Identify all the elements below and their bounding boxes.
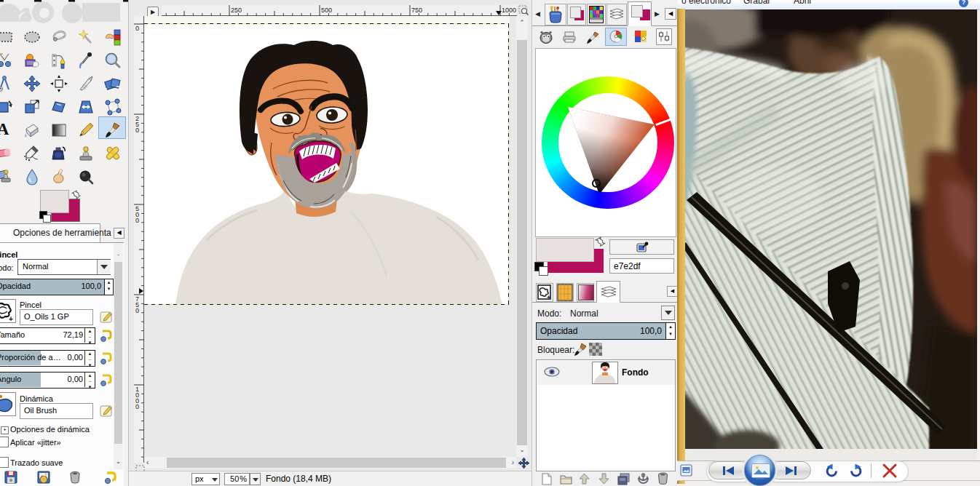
svg-text:0: 0 (135, 307, 139, 314)
svg-text:+: + (547, 294, 550, 301)
svg-text:750: 750 (411, 7, 422, 14)
svg-text:0: 0 (135, 217, 139, 224)
svg-text:0: 0 (135, 127, 139, 134)
svg-text:0: 0 (135, 25, 139, 32)
svg-text:0: 0 (135, 403, 139, 410)
svg-text:500: 500 (321, 7, 332, 14)
svg-text:250: 250 (231, 7, 242, 14)
svg-text:1000: 1000 (502, 7, 516, 14)
svg-text:+: + (9, 315, 13, 323)
